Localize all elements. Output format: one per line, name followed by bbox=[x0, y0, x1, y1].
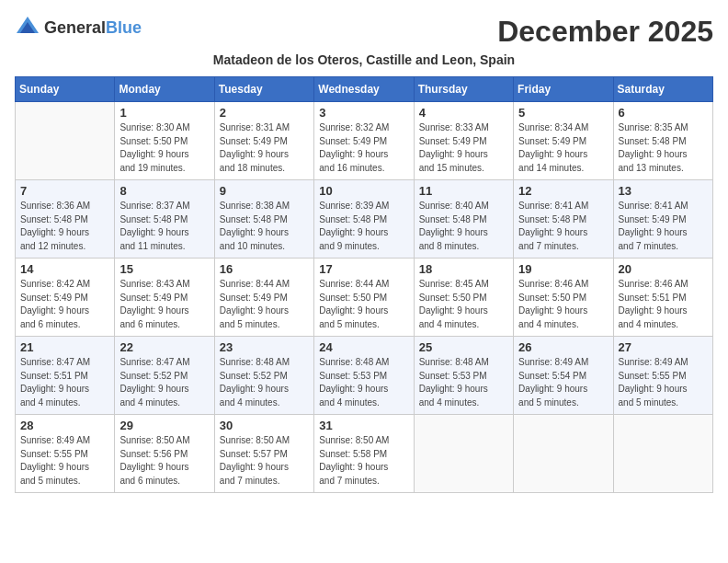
day-info: Sunrise: 8:48 AM Sunset: 5:52 PM Dayligh… bbox=[220, 356, 309, 409]
day-number: 8 bbox=[119, 184, 209, 198]
day-number: 11 bbox=[419, 184, 508, 198]
header-day-wednesday: Wednesday bbox=[314, 77, 414, 102]
calendar-cell: 9Sunrise: 8:38 AM Sunset: 5:48 PM Daylig… bbox=[214, 180, 313, 259]
logo-text: General Blue bbox=[44, 19, 142, 36]
calendar-cell: 6Sunrise: 8:35 AM Sunset: 5:48 PM Daylig… bbox=[613, 102, 712, 180]
day-info: Sunrise: 8:33 AM Sunset: 5:49 PM Dayligh… bbox=[419, 121, 508, 175]
page-subtitle: Matadeon de los Oteros, Castille and Leo… bbox=[15, 52, 713, 67]
day-number: 22 bbox=[119, 340, 209, 354]
calendar-cell: 27Sunrise: 8:49 AM Sunset: 5:55 PM Dayli… bbox=[613, 337, 712, 415]
calendar-cell: 1Sunrise: 8:30 AM Sunset: 5:50 PM Daylig… bbox=[115, 102, 214, 180]
calendar-cell: 2Sunrise: 8:31 AM Sunset: 5:49 PM Daylig… bbox=[214, 102, 313, 180]
calendar-cell bbox=[414, 415, 513, 493]
calendar-cell: 30Sunrise: 8:50 AM Sunset: 5:57 PM Dayli… bbox=[214, 415, 313, 493]
week-row-4: 28Sunrise: 8:49 AM Sunset: 5:55 PM Dayli… bbox=[16, 415, 713, 493]
day-number: 15 bbox=[119, 262, 209, 276]
day-info: Sunrise: 8:31 AM Sunset: 5:49 PM Dayligh… bbox=[220, 121, 309, 175]
calendar-cell: 10Sunrise: 8:39 AM Sunset: 5:48 PM Dayli… bbox=[314, 180, 414, 259]
calendar-cell: 23Sunrise: 8:48 AM Sunset: 5:52 PM Dayli… bbox=[214, 337, 313, 415]
day-number: 14 bbox=[20, 262, 109, 276]
calendar-cell: 18Sunrise: 8:45 AM Sunset: 5:50 PM Dayli… bbox=[414, 259, 513, 337]
day-info: Sunrise: 8:44 AM Sunset: 5:49 PM Dayligh… bbox=[220, 278, 309, 331]
day-number: 19 bbox=[518, 262, 608, 276]
calendar-header: SundayMondayTuesdayWednesdayThursdayFrid… bbox=[16, 77, 713, 102]
day-info: Sunrise: 8:48 AM Sunset: 5:53 PM Dayligh… bbox=[419, 356, 508, 409]
page-title: December 2025 bbox=[497, 15, 713, 49]
header-day-saturday: Saturday bbox=[613, 77, 712, 102]
calendar-cell: 8Sunrise: 8:37 AM Sunset: 5:48 PM Daylig… bbox=[115, 180, 214, 259]
day-info: Sunrise: 8:49 AM Sunset: 5:54 PM Dayligh… bbox=[518, 356, 608, 409]
day-number: 5 bbox=[518, 106, 608, 120]
logo: General Blue bbox=[15, 15, 142, 40]
day-info: Sunrise: 8:39 AM Sunset: 5:48 PM Dayligh… bbox=[319, 200, 408, 253]
calendar-cell: 11Sunrise: 8:40 AM Sunset: 5:48 PM Dayli… bbox=[414, 180, 513, 259]
logo-blue: Blue bbox=[106, 19, 142, 36]
header-day-friday: Friday bbox=[514, 77, 613, 102]
day-number: 29 bbox=[119, 419, 209, 432]
day-info: Sunrise: 8:41 AM Sunset: 5:49 PM Dayligh… bbox=[619, 200, 708, 253]
header: General Blue December 2025 bbox=[15, 15, 713, 49]
day-info: Sunrise: 8:49 AM Sunset: 5:55 PM Dayligh… bbox=[619, 356, 708, 409]
calendar-cell: 12Sunrise: 8:41 AM Sunset: 5:48 PM Dayli… bbox=[514, 180, 613, 259]
header-day-tuesday: Tuesday bbox=[214, 77, 313, 102]
day-info: Sunrise: 8:46 AM Sunset: 5:51 PM Dayligh… bbox=[619, 278, 708, 331]
day-number: 28 bbox=[20, 419, 109, 432]
day-info: Sunrise: 8:43 AM Sunset: 5:49 PM Dayligh… bbox=[119, 278, 209, 331]
calendar-cell: 28Sunrise: 8:49 AM Sunset: 5:55 PM Dayli… bbox=[16, 415, 115, 493]
header-row: SundayMondayTuesdayWednesdayThursdayFrid… bbox=[16, 77, 713, 102]
calendar-table: SundayMondayTuesdayWednesdayThursdayFrid… bbox=[15, 76, 713, 493]
day-info: Sunrise: 8:40 AM Sunset: 5:48 PM Dayligh… bbox=[419, 200, 508, 253]
calendar-cell bbox=[16, 102, 115, 180]
week-row-2: 14Sunrise: 8:42 AM Sunset: 5:49 PM Dayli… bbox=[16, 259, 713, 337]
day-info: Sunrise: 8:50 AM Sunset: 5:57 PM Dayligh… bbox=[220, 434, 309, 488]
day-info: Sunrise: 8:37 AM Sunset: 5:48 PM Dayligh… bbox=[119, 200, 209, 253]
calendar-cell: 3Sunrise: 8:32 AM Sunset: 5:49 PM Daylig… bbox=[314, 102, 414, 180]
day-number: 20 bbox=[619, 262, 708, 276]
calendar-cell: 21Sunrise: 8:47 AM Sunset: 5:51 PM Dayli… bbox=[16, 337, 115, 415]
header-day-monday: Monday bbox=[115, 77, 214, 102]
logo-icon bbox=[15, 15, 40, 40]
day-number: 24 bbox=[319, 340, 408, 354]
calendar-cell: 20Sunrise: 8:46 AM Sunset: 5:51 PM Dayli… bbox=[613, 259, 712, 337]
calendar-cell: 4Sunrise: 8:33 AM Sunset: 5:49 PM Daylig… bbox=[414, 102, 513, 180]
calendar-cell: 24Sunrise: 8:48 AM Sunset: 5:53 PM Dayli… bbox=[314, 337, 414, 415]
week-row-1: 7Sunrise: 8:36 AM Sunset: 5:48 PM Daylig… bbox=[16, 180, 713, 259]
day-info: Sunrise: 8:44 AM Sunset: 5:50 PM Dayligh… bbox=[319, 278, 408, 331]
header-day-thursday: Thursday bbox=[414, 77, 513, 102]
day-info: Sunrise: 8:34 AM Sunset: 5:49 PM Dayligh… bbox=[518, 121, 608, 175]
day-number: 27 bbox=[619, 340, 708, 354]
day-number: 1 bbox=[119, 106, 209, 120]
day-number: 16 bbox=[220, 262, 309, 276]
day-info: Sunrise: 8:47 AM Sunset: 5:51 PM Dayligh… bbox=[20, 356, 109, 409]
calendar-cell: 26Sunrise: 8:49 AM Sunset: 5:54 PM Dayli… bbox=[514, 337, 613, 415]
calendar-cell: 15Sunrise: 8:43 AM Sunset: 5:49 PM Dayli… bbox=[115, 259, 214, 337]
day-number: 21 bbox=[20, 340, 109, 354]
day-number: 12 bbox=[518, 184, 608, 198]
calendar-cell: 31Sunrise: 8:50 AM Sunset: 5:58 PM Dayli… bbox=[314, 415, 414, 493]
day-number: 4 bbox=[419, 106, 508, 120]
day-number: 31 bbox=[319, 419, 408, 432]
calendar-cell: 19Sunrise: 8:46 AM Sunset: 5:50 PM Dayli… bbox=[514, 259, 613, 337]
day-info: Sunrise: 8:50 AM Sunset: 5:58 PM Dayligh… bbox=[319, 434, 408, 488]
day-info: Sunrise: 8:49 AM Sunset: 5:55 PM Dayligh… bbox=[20, 434, 109, 488]
day-info: Sunrise: 8:35 AM Sunset: 5:48 PM Dayligh… bbox=[619, 121, 708, 175]
day-number: 6 bbox=[619, 106, 708, 120]
calendar-cell: 13Sunrise: 8:41 AM Sunset: 5:49 PM Dayli… bbox=[613, 180, 712, 259]
day-info: Sunrise: 8:47 AM Sunset: 5:52 PM Dayligh… bbox=[119, 356, 209, 409]
day-number: 30 bbox=[220, 419, 309, 432]
day-number: 7 bbox=[20, 184, 109, 198]
calendar-cell: 25Sunrise: 8:48 AM Sunset: 5:53 PM Dayli… bbox=[414, 337, 513, 415]
day-info: Sunrise: 8:45 AM Sunset: 5:50 PM Dayligh… bbox=[419, 278, 508, 331]
day-info: Sunrise: 8:50 AM Sunset: 5:56 PM Dayligh… bbox=[119, 434, 209, 488]
day-number: 10 bbox=[319, 184, 408, 198]
calendar-cell: 7Sunrise: 8:36 AM Sunset: 5:48 PM Daylig… bbox=[16, 180, 115, 259]
day-info: Sunrise: 8:36 AM Sunset: 5:48 PM Dayligh… bbox=[20, 200, 109, 253]
calendar-cell: 17Sunrise: 8:44 AM Sunset: 5:50 PM Dayli… bbox=[314, 259, 414, 337]
week-row-0: 1Sunrise: 8:30 AM Sunset: 5:50 PM Daylig… bbox=[16, 102, 713, 180]
calendar-cell: 29Sunrise: 8:50 AM Sunset: 5:56 PM Dayli… bbox=[115, 415, 214, 493]
week-row-3: 21Sunrise: 8:47 AM Sunset: 5:51 PM Dayli… bbox=[16, 337, 713, 415]
day-number: 3 bbox=[319, 106, 408, 120]
day-info: Sunrise: 8:42 AM Sunset: 5:49 PM Dayligh… bbox=[20, 278, 109, 331]
day-info: Sunrise: 8:41 AM Sunset: 5:48 PM Dayligh… bbox=[518, 200, 608, 253]
calendar-cell: 5Sunrise: 8:34 AM Sunset: 5:49 PM Daylig… bbox=[514, 102, 613, 180]
